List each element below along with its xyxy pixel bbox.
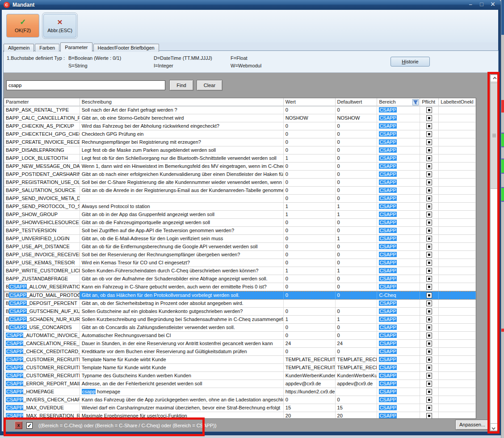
pflicht-checkbox[interactable] — [426, 115, 432, 121]
table-row[interactable]: BAPP_ZUSTANDABFRAGEGibt an ob vor der Au… — [4, 275, 476, 283]
column-header-defaultwert[interactable]: Defaultwert — [336, 98, 378, 106]
window-titlebar[interactable]: C Mandant – □ ✕ — [0, 0, 501, 10]
search-input[interactable] — [6, 80, 165, 90]
pflicht-checkbox[interactable] — [426, 349, 432, 355]
historie-button[interactable]: Historie — [391, 57, 430, 67]
table-row[interactable]: BAPP_USE_KEMAS_TRESORWird ein Kemas Tres… — [4, 259, 476, 267]
pflicht-checkbox[interactable] — [426, 317, 432, 322]
table-row[interactable]: BAPP_CHECKTECH_GPG_CHECKChecktech GPG Pr… — [4, 130, 476, 138]
column-header-parameter[interactable]: Parameter — [4, 98, 80, 106]
pflicht-checkbox[interactable] — [426, 147, 432, 153]
table-row[interactable]: CSAPP_ERROR_REPORT_MAILAdresse, an die d… — [4, 380, 476, 388]
table-row[interactable]: BAPP_LOCK_BLUETOOTHLegt fest ob für den … — [4, 154, 476, 163]
table-row[interactable]: CSAPP_CUSTOMER_RECRUITINTemplate Name fü… — [4, 364, 476, 372]
table-row[interactable]: BCSAPP_DEPOSIT_PERCENTGibt an, ob der Si… — [4, 300, 476, 308]
maximize-button[interactable]: □ — [478, 1, 485, 8]
table-row[interactable]: BAPP_CHECKIN_AS_PICKUPWird das Fahrzeug … — [4, 122, 476, 130]
pflicht-checkbox[interactable] — [426, 397, 432, 403]
table-row[interactable]: BAPP_WRITE_CUSTOMER_LICESollen Kunden-Fü… — [4, 267, 476, 275]
table-row[interactable]: BCSAPP_SCHADEN_NUR_KURZSollen Kurzbeschr… — [4, 316, 476, 324]
scrollbar-down-button[interactable] — [490, 423, 498, 431]
filter-checkbox[interactable]: ✓ — [26, 422, 33, 429]
pflicht-checkbox[interactable] — [426, 341, 432, 346]
table-row[interactable]: BAPP_USE_API_DISTANCEGibt an ob für die … — [4, 243, 476, 251]
pflicht-checkbox[interactable] — [426, 139, 432, 145]
table-row[interactable]: BCSAPP_ALLOW_RESERVATIOIKann ein Fahrzeu… — [4, 283, 476, 291]
pflicht-checkbox[interactable] — [426, 123, 432, 129]
column-header-bereich[interactable]: Bereich — [377, 98, 420, 106]
cancel-button[interactable]: ✕ Abbr.(ESC) — [43, 14, 76, 38]
table-row[interactable]: BAPP_TESTVERSIONSoll bei Zugriffen auf d… — [4, 227, 476, 235]
table-row[interactable]: BCSAPP_GUTSCHEIN_AUF_KUNSollen Gutschein… — [4, 308, 476, 316]
table-row[interactable]: BAPP_CALC_CANCELLATION_FEEGibt an, ob ei… — [4, 114, 476, 122]
table-row[interactable]: CSAPP_CUSTOMER_RECRUITINTemplate Name fü… — [4, 356, 476, 364]
table-row[interactable]: CSAPP_CUSTOMER_RECRUITINTypname des Guts… — [4, 372, 476, 380]
pflicht-checkbox[interactable] — [426, 196, 432, 201]
tab-parameter[interactable]: Parameter — [60, 42, 92, 52]
column-header-beschreibung[interactable]: Beschreibung — [80, 98, 284, 106]
tab-header-footer-briefbögen[interactable]: Header/Footer Briefbögen — [93, 44, 159, 52]
scrollbar-thumb[interactable] — [490, 83, 498, 189]
column-header-wert[interactable]: Wert — [284, 98, 336, 106]
table-row[interactable]: CSAPP_HOMEPAGEcsapp homepagehttps://kund… — [4, 388, 476, 396]
table-row[interactable]: BAPP_SALUTATION_SOURCEGibt an ob die Anr… — [4, 187, 476, 195]
table-row[interactable]: BAPP_UNVERIFIED_LOGINGibt an, ob die E-M… — [4, 235, 476, 243]
table-row[interactable]: BCSAPP_USE_CONCARDISGibt an ob Concardis… — [4, 324, 476, 332]
column-header-pflicht[interactable]: Pflicht — [420, 98, 439, 106]
table-row[interactable]: CSAPP_CANCELATION_FREE_HDauer in Stunden… — [4, 340, 476, 348]
table-row[interactable]: CSAPP_MAX_RESERVATION_RIMaximale Ergebns… — [4, 412, 476, 419]
pflicht-checkbox[interactable] — [426, 381, 432, 387]
table-row[interactable]: BCSAPP_AUTO_MAIL_PROTOCOGibt an, ob das … — [4, 291, 476, 300]
pflicht-checkbox[interactable] — [426, 163, 432, 169]
table-row[interactable]: BAPP_CREATE_INVOICE_RECEIRechnungsempfän… — [4, 138, 476, 146]
clear-button[interactable]: Clear — [197, 80, 223, 91]
close-button[interactable]: ✕ — [489, 1, 496, 8]
tab-farben[interactable]: Farben — [35, 44, 59, 52]
ok-button[interactable]: ✓ OK(F2) — [6, 14, 39, 38]
pflicht-checkbox[interactable] — [426, 228, 432, 234]
pflicht-checkbox[interactable] — [426, 179, 432, 185]
table-row[interactable]: BAPP_SHOWVEHICLESOURCEGibt an ob die Fah… — [4, 219, 476, 227]
table-row[interactable]: CSAPP_MAX_OVERDUEWieviel darf ein Carsha… — [4, 404, 476, 412]
pflicht-checkbox[interactable] — [426, 413, 432, 419]
pflicht-checkbox[interactable] — [426, 284, 432, 290]
pflicht-checkbox[interactable] — [426, 292, 432, 298]
table-row[interactable]: BAPP_REGISTRATION_USE_OLSoll bei der C-S… — [4, 179, 476, 187]
pflicht-checkbox[interactable] — [426, 188, 432, 193]
filter-close-button[interactable]: x — [15, 421, 22, 429]
pflicht-checkbox[interactable] — [426, 252, 432, 258]
table-row[interactable]: CSAPP_AUTOMATIC_INVOICE_MAutomatischer R… — [4, 332, 476, 340]
pflicht-checkbox[interactable] — [426, 171, 432, 177]
pflicht-checkbox[interactable] — [426, 389, 432, 395]
table-row[interactable]: BAPP_DISABLEPARKINGLegt fest ob die Mask… — [4, 146, 476, 154]
pflicht-checkbox[interactable] — [426, 204, 432, 209]
tab-allgemein[interactable]: Allgemein — [4, 44, 34, 52]
table-row[interactable]: CSAPP_INVERS_CHECK_CHARGKann das Fahrzeu… — [4, 396, 476, 404]
find-button[interactable]: Find — [169, 80, 193, 91]
pflicht-checkbox[interactable] — [426, 325, 432, 330]
pflicht-checkbox[interactable] — [426, 405, 432, 411]
pflicht-checkbox[interactable] — [426, 220, 432, 225]
pflicht-checkbox[interactable] — [426, 333, 432, 338]
pflicht-checkbox[interactable] — [426, 373, 432, 379]
scrollbar-up-button[interactable] — [490, 75, 498, 82]
anpassen-button[interactable]: Anpassen... — [455, 420, 489, 430]
table-row[interactable]: BAPP_USE_INVOICE_RECEIVEFSoll bei der Re… — [4, 251, 476, 259]
pflicht-checkbox[interactable] — [426, 365, 432, 371]
column-header-labeltextonekl[interactable]: LabeltextOnekl — [439, 98, 476, 106]
table-row[interactable]: BAPP_SHOW_GROUPGibt an ob in der App das… — [4, 211, 476, 219]
pflicht-checkbox[interactable] — [426, 155, 432, 161]
pflicht-checkbox[interactable] — [426, 212, 432, 217]
pflicht-checkbox[interactable] — [426, 300, 432, 306]
table-row[interactable]: BAPP_SEND_PROTOCOL_TO_SAlways send Proto… — [4, 203, 476, 211]
pflicht-checkbox[interactable] — [426, 260, 432, 266]
bereich-filter-icon[interactable] — [412, 99, 419, 105]
table-row[interactable]: CSAPP_CHECK_CREDITCARD_EKreditkarte vor … — [4, 348, 476, 356]
table-row[interactable]: BAPP_POSTIDENT_CARSHARINGibt an ob nach … — [4, 171, 476, 179]
pflicht-checkbox[interactable] — [426, 236, 432, 242]
pflicht-checkbox[interactable] — [426, 268, 432, 274]
table-row[interactable]: BAPP_NEW_MESSAGE_ON_DAIWenn 1, dann wird… — [4, 163, 476, 171]
table-row[interactable]: BAPP_ASK_RENTAL_TYPESoll nach der Art de… — [4, 106, 476, 114]
pflicht-checkbox[interactable] — [426, 357, 432, 363]
pflicht-checkbox[interactable] — [426, 244, 432, 250]
